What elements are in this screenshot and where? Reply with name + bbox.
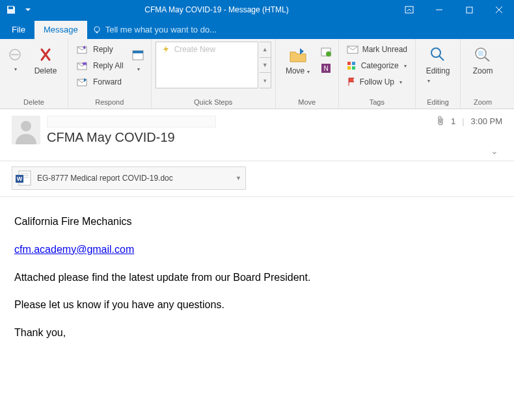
minimize-button[interactable] (424, 0, 454, 20)
svg-point-29 (21, 121, 31, 131)
ignore-icon (8, 47, 22, 62)
ribbon: ▾ Delete Delete Reply Reply All (0, 39, 514, 109)
message-time: 3:00 PM (471, 116, 502, 126)
group-respond: Reply Reply All Forward ▾ Respond (68, 39, 152, 109)
svg-rect-20 (352, 62, 355, 65)
ribbon-tabs: File Message Tell me what you want to do… (0, 20, 514, 39)
attachment-count: 1 (451, 116, 455, 126)
paperclip-icon (437, 116, 444, 126)
quick-steps-scroll: ▲ ▼ ▾ (260, 42, 271, 88)
onenote-button[interactable]: N (318, 60, 334, 76)
expand-header-button[interactable]: ⌄ (491, 140, 502, 156)
message-body: California Fire Mechanics cfm.academy@gm… (0, 197, 514, 373)
svg-point-23 (431, 48, 440, 57)
svg-point-15 (326, 51, 331, 57)
svg-point-5 (94, 27, 100, 32)
svg-text:N: N (323, 65, 328, 72)
group-tags: Mark Unread Categorize▾ Follow Up▾ Tags (339, 39, 416, 109)
editing-button[interactable]: Editing▾ (420, 42, 456, 85)
svg-rect-2 (467, 7, 472, 13)
categorize-icon (347, 61, 357, 70)
onenote-icon: N (320, 62, 332, 74)
svg-line-24 (439, 56, 444, 60)
word-doc-icon: W (15, 170, 32, 187)
message-header: CFMA May COVID-19 1 | 3:00 PM ⌄ (0, 109, 514, 161)
body-line-1: California Fire Mechanics (14, 215, 500, 229)
attachment-bar: W EG-8777 Medical report COVID-19.doc ▼ (0, 161, 514, 197)
zoom-icon (474, 46, 492, 63)
respond-more-button[interactable]: ▾ (129, 42, 147, 72)
reply-all-icon (76, 60, 89, 71)
body-line-4: Thank you, (14, 326, 500, 340)
flag-icon (347, 77, 356, 86)
find-icon (429, 46, 446, 63)
ignore-button[interactable]: ▾ (4, 42, 26, 72)
message-subject: CFMA May COVID-19 (47, 130, 437, 145)
title-bar: CFMA May COVID-19 - Message (HTML) (0, 0, 514, 20)
reply-button[interactable]: Reply (72, 42, 128, 57)
move-folder-icon (288, 46, 308, 64)
body-line-2: Attached please find the latest update f… (14, 271, 500, 285)
tab-message[interactable]: Message (34, 21, 87, 39)
body-line-3: Please let us know if you have any quest… (14, 298, 500, 312)
quick-access-toolbar (0, 3, 39, 17)
qs-up-button[interactable]: ▲ (260, 42, 271, 57)
attachment-filename: EG-8777 Medical report COVID-19.doc (37, 174, 173, 183)
bulb-icon (92, 25, 101, 34)
delete-button[interactable]: Delete (27, 42, 64, 75)
svg-rect-0 (405, 7, 413, 13)
tell-me-search[interactable]: Tell me what you want to do... (87, 21, 222, 39)
group-quick-steps: Create New ▲ ▼ ▾ Quick Steps (152, 39, 276, 109)
svg-rect-21 (347, 66, 351, 70)
reply-all-button[interactable]: Reply All (72, 58, 128, 73)
mark-unread-button[interactable]: Mark Unread (343, 42, 411, 57)
window-title: CFMA May COVID-19 - Message (HTML) (39, 5, 394, 14)
quick-steps-gallery[interactable]: Create New (156, 42, 258, 88)
categorize-button[interactable]: Categorize▾ (343, 58, 411, 73)
close-button[interactable] (484, 0, 514, 20)
forward-button[interactable]: Forward (72, 74, 128, 90)
group-move: Move ▾ N Move (276, 39, 339, 109)
follow-up-button[interactable]: Follow Up▾ (343, 74, 411, 90)
save-icon[interactable] (4, 3, 18, 17)
rules-button[interactable] (318, 44, 334, 60)
maximize-button[interactable] (454, 0, 484, 20)
separator: | (462, 116, 464, 126)
svg-rect-27 (478, 51, 483, 56)
reply-icon (76, 44, 89, 55)
ribbon-mode-icon[interactable] (394, 0, 424, 20)
tab-file[interactable]: File (3, 21, 34, 39)
attachment-dropdown-icon[interactable]: ▼ (236, 175, 241, 181)
group-delete: ▾ Delete Delete (0, 39, 68, 109)
group-zoom: Zoom Zoom (461, 39, 505, 109)
svg-line-26 (485, 57, 489, 61)
svg-rect-6 (96, 32, 98, 33)
tell-me-placeholder: Tell me what you want to do... (105, 25, 217, 34)
avatar-icon (12, 116, 40, 144)
group-editing: Editing▾ Editing (416, 39, 461, 109)
delete-icon (36, 46, 55, 64)
envelope-icon (347, 45, 358, 54)
body-email-link[interactable]: cfm.academy@gmail.com (14, 244, 134, 255)
qs-down-button[interactable]: ▼ (260, 57, 271, 73)
sender-name (47, 116, 216, 127)
qat-dropdown-icon[interactable] (21, 3, 35, 17)
move-button[interactable]: Move ▾ (280, 42, 316, 75)
attachment-item[interactable]: W EG-8777 Medical report COVID-19.doc ▼ (12, 166, 246, 190)
qs-more-button[interactable]: ▾ (260, 72, 271, 88)
svg-rect-19 (347, 62, 351, 65)
svg-rect-22 (352, 66, 355, 70)
meeting-icon (131, 47, 145, 62)
svg-text:W: W (17, 176, 23, 182)
zoom-button[interactable]: Zoom (465, 42, 501, 75)
window-controls (394, 0, 514, 20)
forward-icon (76, 77, 89, 87)
svg-rect-13 (133, 51, 143, 53)
lightning-icon (161, 45, 170, 54)
rules-icon (320, 46, 332, 58)
